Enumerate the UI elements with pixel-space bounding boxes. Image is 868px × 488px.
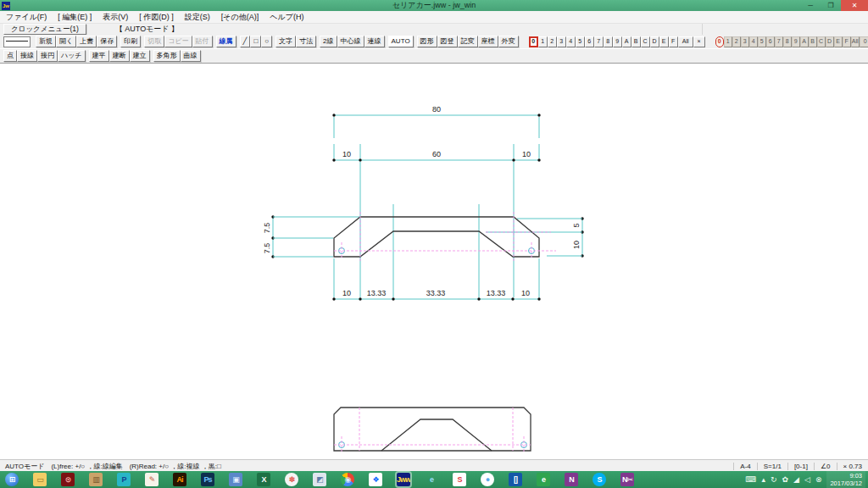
menu-item[interactable]: [ 作図(D) ] bbox=[139, 12, 174, 23]
menu-item[interactable]: [ 編集(E) ] bbox=[58, 12, 92, 23]
p-app-icon[interactable]: P bbox=[117, 473, 131, 486]
status-segment[interactable]: [0-1] bbox=[787, 463, 814, 470]
status-segment[interactable]: × 0.73 bbox=[837, 463, 868, 470]
layer-group-button[interactable]: 7 bbox=[775, 36, 783, 47]
toolbar-button[interactable]: 中心線 bbox=[337, 36, 364, 47]
sub-toolbar-button[interactable]: 建平 bbox=[89, 50, 109, 62]
toolbar-button[interactable]: 記変 bbox=[458, 36, 478, 47]
layer-group-button[interactable]: 5 bbox=[758, 36, 766, 47]
drawing-canvas[interactable]: 80 10 60 10 7.5 7.5 bbox=[0, 63, 868, 460]
sub-toolbar-button[interactable]: 接円 bbox=[37, 50, 58, 62]
toolbar-button[interactable]: 連線 bbox=[364, 36, 385, 47]
layer-group-button[interactable]: 3 bbox=[741, 36, 749, 47]
clock-menu-button[interactable]: クロックメニュー(1) bbox=[3, 24, 86, 35]
layer-group-button[interactable]: D bbox=[826, 36, 834, 47]
maximize-button[interactable]: ❐ bbox=[821, 0, 841, 11]
layer-button[interactable]: 0 bbox=[529, 36, 538, 47]
layer-button[interactable]: 9 bbox=[613, 36, 622, 47]
layer-group-button[interactable]: 8 bbox=[783, 36, 792, 47]
contacts-icon[interactable]: ◩ bbox=[313, 473, 326, 486]
sub-toolbar-button[interactable]: 多角形 bbox=[153, 50, 181, 62]
layer-group-button[interactable]: F bbox=[843, 36, 851, 47]
toolbar-button[interactable]: 貼付 bbox=[192, 36, 213, 47]
status-segment[interactable]: A-4 bbox=[733, 463, 756, 470]
sub-toolbar-button[interactable]: 建断 bbox=[109, 50, 130, 62]
touch-keyboard-icon[interactable]: ⌨ bbox=[745, 471, 756, 488]
power-app-icon[interactable]: ⊙ bbox=[61, 473, 75, 486]
layer-group-button[interactable]: 0 bbox=[715, 36, 724, 47]
evernote-icon[interactable]: e bbox=[537, 473, 550, 486]
layer-button[interactable]: C bbox=[641, 36, 650, 47]
menu-item[interactable]: [その他(A)] bbox=[221, 12, 259, 23]
toolbar-button[interactable]: ○ bbox=[261, 36, 272, 47]
toolbar-button[interactable]: 図登 bbox=[437, 36, 458, 47]
layer-button[interactable]: F bbox=[669, 36, 678, 47]
toolbar-button[interactable]: 開く bbox=[56, 36, 76, 47]
explorer-icon[interactable]: ▭ bbox=[33, 473, 47, 486]
start-button[interactable]: ⊞ bbox=[5, 473, 19, 486]
layer-group-button[interactable]: C bbox=[817, 36, 826, 47]
paint-app-icon[interactable]: ✎ bbox=[145, 473, 159, 486]
menu-item[interactable]: 設定(S) bbox=[185, 12, 210, 23]
layer-button[interactable]: 2 bbox=[548, 36, 557, 47]
ie-icon[interactable]: e bbox=[425, 473, 438, 486]
menu-item[interactable]: 表示(V) bbox=[103, 12, 128, 23]
toolbar-button[interactable]: コピー bbox=[164, 36, 192, 47]
sketchup-icon[interactable]: S bbox=[453, 473, 466, 486]
toolbar-button[interactable]: 座標 bbox=[478, 36, 498, 47]
antivirus-icon[interactable]: ✿ bbox=[782, 471, 789, 488]
onenote-clipper-icon[interactable]: N✂ bbox=[620, 473, 634, 486]
layer-group-button[interactable]: 4 bbox=[749, 36, 758, 47]
menu-item[interactable]: ヘルプ(H) bbox=[270, 12, 303, 23]
action-center-icon[interactable]: ⊗ bbox=[815, 471, 822, 488]
toolbar-button[interactable]: 印刷 bbox=[120, 36, 141, 47]
layer-button[interactable]: 5 bbox=[576, 36, 585, 47]
skype-icon[interactable]: S bbox=[593, 473, 606, 486]
chrome-icon[interactable]: ◉ bbox=[341, 473, 354, 486]
brackets-app-icon[interactable]: [] bbox=[509, 473, 522, 486]
archive-app-icon[interactable]: ▥ bbox=[89, 473, 103, 486]
layer-button[interactable]: 8 bbox=[604, 36, 613, 47]
toolbar-button[interactable]: 切取 bbox=[144, 36, 164, 47]
toolbar-button[interactable]: AUTO bbox=[388, 36, 414, 47]
layer-button[interactable]: 1 bbox=[538, 36, 548, 47]
toolbar-button[interactable]: 2線 bbox=[320, 36, 337, 47]
dropbox-icon[interactable]: ❖ bbox=[369, 473, 382, 486]
toolbar-button[interactable]: 図形 bbox=[417, 36, 437, 47]
layer-protect-button[interactable]: × bbox=[693, 36, 705, 47]
photoshop-icon[interactable]: Ps bbox=[201, 473, 214, 486]
volume-icon[interactable]: ◁ bbox=[804, 471, 810, 488]
layer-button[interactable]: E bbox=[659, 36, 669, 47]
layer-group-zero-button[interactable]: 0 bbox=[860, 36, 868, 47]
layer-button[interactable]: 7 bbox=[594, 36, 604, 47]
sub-toolbar-button[interactable]: 建立 bbox=[130, 50, 150, 62]
layer-button[interactable]: 4 bbox=[566, 36, 576, 47]
layer-group-button[interactable]: 9 bbox=[792, 36, 800, 47]
layer-button[interactable]: D bbox=[650, 36, 659, 47]
layer-group-button[interactable]: B bbox=[809, 36, 817, 47]
onenote-icon[interactable]: N bbox=[565, 473, 578, 486]
toolbar-button[interactable]: ╱ bbox=[240, 36, 251, 47]
status-segment[interactable]: ∠0 bbox=[814, 463, 837, 470]
minimize-button[interactable]: ─ bbox=[800, 0, 821, 11]
toolbar-button[interactable]: 上書 bbox=[76, 36, 97, 47]
status-segment[interactable]: S=1/1 bbox=[757, 463, 787, 470]
sub-toolbar-button[interactable]: ハッチ bbox=[58, 50, 86, 62]
photos-icon[interactable]: ✽ bbox=[285, 473, 298, 486]
tray-expand-icon[interactable]: ▴ bbox=[761, 471, 765, 488]
layer-group-button[interactable]: E bbox=[834, 36, 843, 47]
taskbar-clock[interactable]: 9:03 2017/03/12 bbox=[826, 471, 865, 488]
cloud-app-icon[interactable]: ● bbox=[481, 473, 494, 486]
layer-group-button[interactable]: 2 bbox=[732, 36, 741, 47]
menu-item[interactable]: ファイル(F) bbox=[6, 12, 47, 23]
toolbar-button[interactable]: 保存 bbox=[97, 36, 117, 47]
excel-icon[interactable]: X bbox=[257, 473, 270, 486]
toolbar-button[interactable]: 線属 bbox=[216, 36, 236, 47]
layer-group-button[interactable]: 6 bbox=[766, 36, 775, 47]
sub-toolbar-button[interactable]: 接線 bbox=[17, 50, 37, 62]
network-icon[interactable]: ◢ bbox=[793, 471, 799, 488]
toolbar-button[interactable]: 寸法 bbox=[296, 36, 316, 47]
sub-toolbar-button[interactable]: 曲線 bbox=[181, 50, 201, 62]
illustrator-icon[interactable]: Ai bbox=[173, 473, 186, 486]
toolbar-button[interactable]: □ bbox=[250, 36, 261, 47]
